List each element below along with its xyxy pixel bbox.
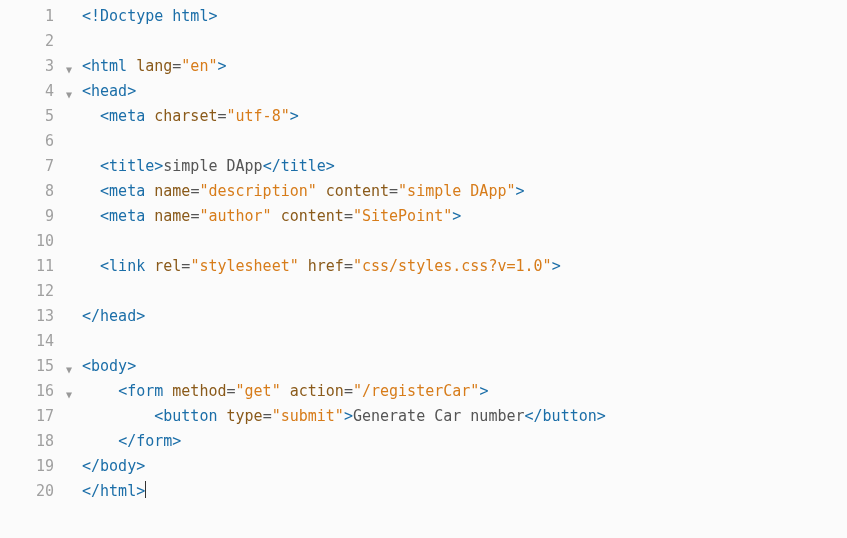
code-line[interactable]: <head>: [82, 79, 606, 104]
code-line[interactable]: <meta name="author" content="SitePoint">: [82, 204, 606, 229]
line-number: 6: [0, 129, 60, 154]
code-line[interactable]: <body>: [82, 354, 606, 379]
line-number: 14: [0, 329, 60, 354]
code-line[interactable]: </head>: [82, 304, 606, 329]
code-line[interactable]: <meta name="description" content="simple…: [82, 179, 606, 204]
code-line[interactable]: </html>: [82, 479, 606, 504]
code-area[interactable]: <!Doctype html> <html lang="en"><head> <…: [60, 0, 606, 538]
line-number: 7: [0, 154, 60, 179]
code-editor[interactable]: 123▼4▼56789101112131415▼16▼17181920 <!Do…: [0, 0, 847, 538]
code-line[interactable]: <form method="get" action="/registerCar"…: [82, 379, 606, 404]
line-number: 17: [0, 404, 60, 429]
code-line[interactable]: [82, 329, 606, 354]
line-number: 4▼: [0, 79, 60, 104]
text-cursor: [145, 481, 146, 498]
line-number-gutter: 123▼4▼56789101112131415▼16▼17181920: [0, 0, 60, 538]
fold-icon[interactable]: ▼: [66, 82, 72, 107]
line-number: 3▼: [0, 54, 60, 79]
line-number: 16▼: [0, 379, 60, 404]
code-line[interactable]: <meta charset="utf-8">: [82, 104, 606, 129]
code-line[interactable]: <!Doctype html>: [82, 4, 606, 29]
code-line[interactable]: <html lang="en">: [82, 54, 606, 79]
line-number: 20: [0, 479, 60, 504]
line-number: 1: [0, 4, 60, 29]
line-number: 5: [0, 104, 60, 129]
line-number: 8: [0, 179, 60, 204]
line-number: 2: [0, 29, 60, 54]
code-line[interactable]: <button type="submit">Generate Car numbe…: [82, 404, 606, 429]
line-number: 9: [0, 204, 60, 229]
code-line[interactable]: <title>simple DApp</title>: [82, 154, 606, 179]
fold-icon[interactable]: ▼: [66, 382, 72, 407]
code-line[interactable]: [82, 229, 606, 254]
line-number: 18: [0, 429, 60, 454]
fold-icon[interactable]: ▼: [66, 57, 72, 82]
code-line[interactable]: [82, 29, 606, 54]
line-number: 10: [0, 229, 60, 254]
line-number: 11: [0, 254, 60, 279]
line-number: 15▼: [0, 354, 60, 379]
code-line[interactable]: [82, 129, 606, 154]
code-line[interactable]: [82, 279, 606, 304]
code-line[interactable]: </form>: [82, 429, 606, 454]
code-line[interactable]: </body>: [82, 454, 606, 479]
fold-icon[interactable]: ▼: [66, 357, 72, 382]
line-number: 12: [0, 279, 60, 304]
code-line[interactable]: <link rel="stylesheet" href="css/styles.…: [82, 254, 606, 279]
line-number: 19: [0, 454, 60, 479]
line-number: 13: [0, 304, 60, 329]
